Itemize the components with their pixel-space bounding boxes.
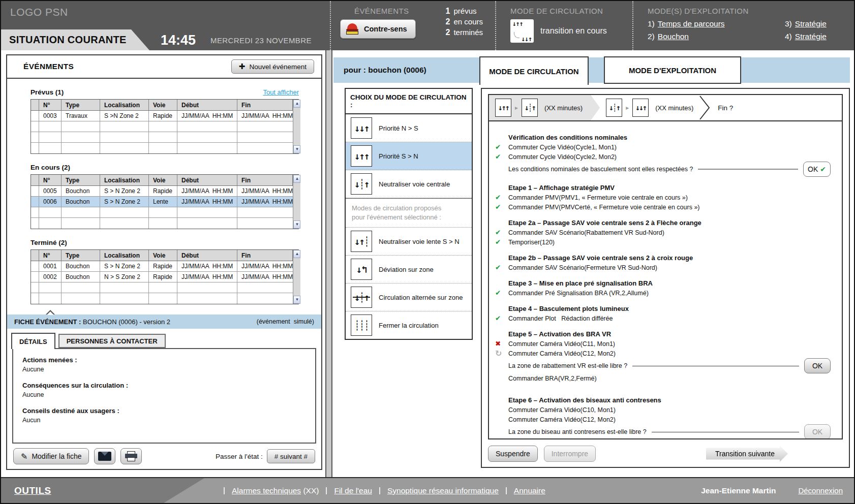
step-line: La zone de rabattement VR est-elle libre… — [494, 358, 842, 373]
tool-link[interactable]: Synoptique réseau informatique — [372, 486, 499, 495]
table-row[interactable] — [31, 282, 293, 293]
step-line: Etape 3 – Mise en place pré signalisatio… — [494, 278, 842, 288]
suspend-button[interactable]: Suspendre — [488, 446, 538, 462]
scroll-down-icon[interactable] — [293, 296, 300, 304]
chevron-separator-icon — [698, 95, 711, 120]
show-all-link[interactable]: Tout afficher — [263, 88, 299, 96]
contre-sens-button[interactable]: Contre-sens — [340, 19, 416, 39]
circulation-status: transition en cours — [540, 26, 607, 36]
print-button[interactable] — [120, 448, 142, 464]
mode-icon — [351, 231, 372, 252]
step-status-icon — [495, 153, 508, 161]
step-status-icon — [495, 239, 508, 246]
mode-option[interactable]: Priorité N > S — [346, 114, 472, 142]
ok-button[interactable]: OK — [804, 424, 831, 439]
column-header: Type — [62, 175, 100, 185]
event-count: 1prévus — [446, 6, 483, 16]
tab-mode-exploitation[interactable]: MODE D'EXPLOITATION — [604, 56, 741, 84]
mode-option[interactable]: Neutraliser voie lente S > N — [346, 228, 472, 256]
next-state-button[interactable]: # suivant # — [267, 449, 315, 463]
table-row[interactable]: 0001 Bouchon S > N Zone 2 Rapide JJ/MM/A… — [31, 261, 293, 272]
envelope-icon — [98, 452, 111, 461]
step-line: Commuter Caméra Vidéo(C12, Mon2) — [494, 415, 842, 424]
exploitation-mode-1[interactable]: 1)Temps de parcours — [648, 19, 775, 32]
column-header: Début — [177, 100, 237, 110]
scroll-down-icon[interactable] — [293, 145, 300, 153]
table-row[interactable] — [31, 218, 293, 229]
mode-option[interactable]: Fermer la circulation — [346, 311, 472, 339]
step-status-icon — [495, 194, 508, 201]
table-row[interactable] — [31, 293, 293, 304]
table-row[interactable]: 0002 Bouchon N > S Zone 2 Rapide JJ/MM/A… — [31, 272, 293, 282]
mode-option[interactable]: Priorité S > N — [346, 142, 472, 170]
fiche-simulated-note: (événement simulé) — [257, 318, 314, 325]
table-row[interactable]: 0006 Bouchon S > N Zone 2 Lente JJ/MM/AA… — [31, 197, 293, 207]
scroll-up-icon[interactable] — [293, 175, 300, 183]
scrollbar[interactable] — [293, 250, 300, 304]
step-status-icon — [495, 290, 508, 297]
column-header: Fin — [237, 250, 293, 261]
table-row[interactable] — [31, 121, 293, 132]
table-row[interactable]: 0005 Bouchon S > N Zone 2 Rapide JJ/MM/A… — [31, 186, 293, 197]
exploitation-mode-4[interactable]: 4)Stratégie — [785, 32, 827, 45]
tab-personnes-a-contacter[interactable]: PERSONNES À CONTACTER — [58, 334, 166, 348]
scroll-down-icon[interactable] — [293, 220, 300, 229]
next-transition-button[interactable]: Transition suivante — [706, 446, 788, 462]
step-line: Commuter Caméra Vidéo(C11, Mon1) — [494, 339, 842, 349]
ok-button[interactable]: OK — [803, 162, 831, 177]
section-label-prevus: Prévus (1) — [30, 88, 64, 96]
table-row[interactable] — [31, 143, 293, 153]
table-row[interactable] — [31, 207, 293, 218]
column-header: Type — [62, 100, 100, 110]
fiche-header: FICHE ÉVÉNEMENT : BOUCHON (0006) - versi… — [7, 314, 321, 329]
transition-icon: ↓↑↑↓↓↑ — [510, 19, 534, 43]
outils-label: OUTILS — [14, 485, 51, 496]
mode-icon — [351, 145, 372, 167]
step-line: Commuter Cycle Vidéo(Cycle1, Mon1) — [494, 142, 842, 152]
ok-button[interactable]: OK — [804, 358, 831, 373]
scroll-up-icon[interactable] — [293, 100, 300, 108]
tab-mode-de-circulation[interactable]: MODE DE CIRCULATION — [479, 56, 589, 85]
tool-link[interactable]: Annuaire — [499, 486, 545, 495]
tool-link[interactable]: Fil de l'eau — [319, 486, 372, 495]
clock-time: 14:45 — [161, 33, 196, 48]
modify-fiche-button[interactable]: ✎ Modifier la fiche — [13, 448, 89, 464]
arrow-right-icon: ▸ — [626, 104, 629, 111]
tool-link[interactable]: Alarmes techniques (XX) — [217, 486, 319, 495]
step-status-icon — [495, 229, 508, 236]
mode-option[interactable]: Déviation sur zone — [346, 256, 472, 284]
exploitation-mode-2[interactable]: 2)Bouchon — [648, 32, 775, 45]
tab-situation-courante[interactable]: SITUATION COURANTE — [1, 29, 149, 50]
mode-icon — [632, 99, 649, 117]
scroll-up-icon[interactable] — [293, 250, 300, 258]
step-line: Commander SAV Scénario(Fermeture VR Sud-… — [494, 263, 842, 272]
top-header: LOGO PSN SITUATION COURANTE 14:45 MERCRE… — [1, 1, 854, 50]
step-status-icon — [495, 204, 508, 211]
step-line: Commander Pré Signalisation BRA (VR,2,Al… — [494, 288, 842, 298]
mode-option[interactable]: Circulation alternée sur zone — [346, 284, 472, 311]
mode-option[interactable]: Neutraliser voie centrale — [346, 170, 472, 198]
fiche-value: BOUCHON (0006) - version 2 — [81, 318, 170, 326]
pencil-icon: ✎ — [21, 452, 27, 461]
table-termine: N° Type Localisation Voie Début Fin — [30, 249, 299, 304]
column-header: Voie — [149, 175, 177, 185]
events-panel: ÉVÉNMENTS ✚ Nouvel événement Prévus (1) … — [6, 54, 322, 470]
page: LOGO PSN SITUATION COURANTE 14:45 MERCRE… — [0, 0, 855, 504]
mail-button[interactable] — [94, 448, 115, 464]
scrollbar[interactable] — [293, 100, 300, 153]
exploitation-mode-3[interactable]: 3)Stratégie — [785, 19, 827, 32]
new-event-button[interactable]: ✚ Nouvel événement — [231, 59, 314, 74]
table-row[interactable] — [31, 132, 293, 143]
logout-link[interactable]: Déconnexion — [798, 486, 843, 495]
step-line: Etape 4 – Basculement plots lumineux — [494, 304, 842, 313]
tab-details[interactable]: DÉTAILS — [11, 333, 55, 349]
step-line: Commander Plot Rédaction différée — [494, 313, 842, 323]
scrollbar[interactable] — [293, 175, 300, 229]
step-line: Commander PMV(PMV1, « Fermeture voie cen… — [494, 193, 842, 202]
table-prevus: N° Type Localisation Voie Début Fin — [30, 99, 299, 154]
table-row[interactable]: 0003 Travaux S >N Zone 2 Rapide JJ/MM/AA… — [31, 111, 293, 121]
outils-section: OUTILS — [1, 478, 204, 503]
connector-line — [698, 169, 798, 170]
mode-icon — [606, 99, 622, 117]
step-line: Les conditions nominales de basculement … — [494, 162, 842, 177]
